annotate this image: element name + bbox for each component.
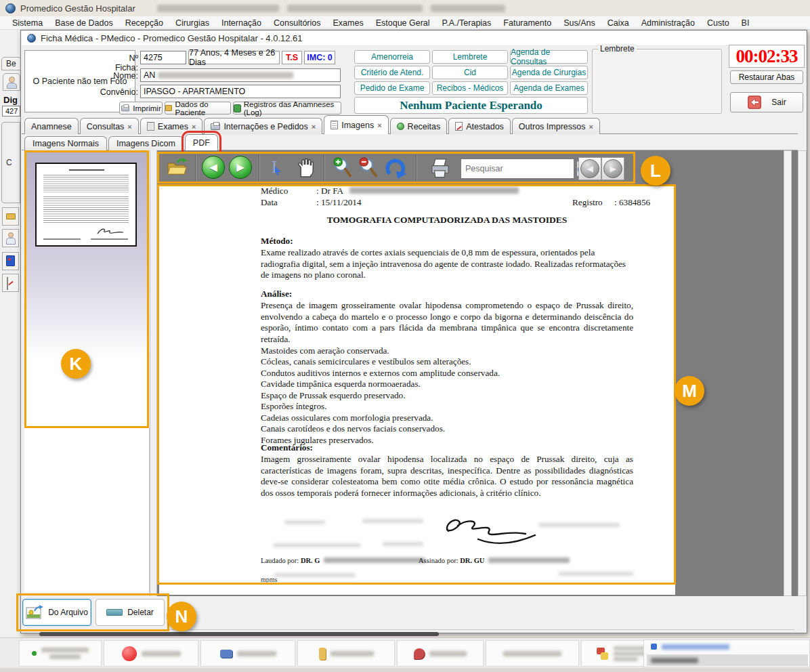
redacted-laudado-name xyxy=(324,558,425,563)
close-tab-icon[interactable]: × xyxy=(312,123,316,131)
panel-splitter[interactable] xyxy=(150,150,157,596)
toolbar-button-redacted[interactable] xyxy=(200,640,295,667)
menu-estoque-geral[interactable]: Estoque Geral xyxy=(370,18,435,28)
app-icon xyxy=(5,3,16,14)
tab-imagens[interactable]: Imagens× xyxy=(324,115,388,134)
sidebar-doctor-button[interactable] xyxy=(2,229,19,247)
subtab-imagens-dicom[interactable]: Imagens Dicom xyxy=(108,136,184,150)
sidebar-folder-button[interactable] xyxy=(2,207,19,226)
menu-pa-terapias[interactable]: P.A./Terapias xyxy=(437,18,497,28)
tab-anamnese[interactable]: Anamnese xyxy=(24,118,79,134)
nome-input[interactable]: AN xyxy=(140,68,341,82)
menu-exames[interactable]: Exames xyxy=(328,18,369,28)
sair-button[interactable]: Sair xyxy=(730,92,803,112)
menu-bi[interactable]: BI xyxy=(736,18,755,28)
menu-recepcao[interactable]: Recepção xyxy=(120,18,169,28)
registros-anamneses-button[interactable]: Registros das Anamneses (Log) xyxy=(233,102,341,114)
menu-caixa[interactable]: Caixa xyxy=(602,18,635,28)
label: Internações e Pedidos xyxy=(223,122,307,131)
tab-exames[interactable]: Exames× xyxy=(140,118,203,134)
tab-receitas[interactable]: Receitas xyxy=(390,118,448,134)
sidebar-book-button[interactable] xyxy=(2,252,19,270)
zoom-out-icon xyxy=(358,156,379,178)
toolbar-button-redacted[interactable] xyxy=(19,640,102,667)
patient-tab-icon[interactable] xyxy=(3,73,20,91)
close-tab-icon[interactable]: × xyxy=(192,123,196,131)
background-dig-value[interactable]: 427 xyxy=(2,106,20,117)
agenda-exames-button[interactable]: Agenda de Exames xyxy=(510,81,588,95)
find-next-button[interactable]: ▶ xyxy=(601,157,624,180)
redacted-label xyxy=(49,654,81,659)
restaurar-abas-button[interactable]: Restaurar Abas xyxy=(730,70,803,84)
ts-badge[interactable]: T.S xyxy=(282,51,302,64)
tab-consultas[interactable]: Consultas× xyxy=(80,118,139,134)
print-button[interactable] xyxy=(425,153,455,182)
redacted-unit-link[interactable] xyxy=(662,644,729,650)
close-tab-icon[interactable]: × xyxy=(589,123,593,131)
label: Imagens xyxy=(341,121,374,130)
recibos-medicos-button[interactable]: Recibos - Médicos xyxy=(432,81,508,95)
page-thumbnail[interactable] xyxy=(35,163,137,247)
convenio-input[interactable]: IPASGO - APARTAMENTO xyxy=(140,85,341,98)
menu-sistema[interactable]: Sistema xyxy=(7,18,48,28)
select-text-tool[interactable]: I xyxy=(265,154,289,180)
subtab-pdf[interactable]: PDF xyxy=(185,134,218,150)
menu-internacao[interactable]: Internação xyxy=(216,18,267,28)
next-page-button[interactable]: ▶ xyxy=(229,156,252,179)
tab-atestados[interactable]: Atestados xyxy=(448,118,511,134)
zoom-in-button[interactable] xyxy=(331,154,355,180)
dados-do-paciente-button[interactable]: Dados do Paciente xyxy=(165,102,231,114)
window-scrollbar[interactable] xyxy=(798,150,807,596)
hand-pan-tool[interactable] xyxy=(291,153,318,182)
pedido-exame-button[interactable]: Pedido de Exame xyxy=(354,81,430,95)
cid-button[interactable]: Cid xyxy=(432,66,508,79)
thumb-footer-line xyxy=(43,238,81,240)
analise-line: Esporões íntegros. xyxy=(261,401,633,413)
tab-outros-impressos[interactable]: Outros Impressos× xyxy=(512,118,600,134)
deletar-button[interactable]: Deletar xyxy=(95,599,165,626)
ficha-label: Nº Ficha: xyxy=(106,54,138,72)
open-file-button[interactable] xyxy=(164,154,190,180)
menu-custo[interactable]: Custo xyxy=(702,18,735,28)
label: Agenda de Cirurgias xyxy=(512,68,586,77)
do-arquivo-button[interactable]: Do Arquivo xyxy=(22,599,91,626)
close-tab-icon[interactable]: × xyxy=(127,123,131,131)
menu-administracao[interactable]: Administração xyxy=(636,18,700,28)
criterio-atend-button[interactable]: Critério de Atend. xyxy=(354,66,430,79)
imc-badge[interactable]: IMC: 0 xyxy=(304,51,335,64)
lembrete-button[interactable]: Lembrete xyxy=(432,50,508,64)
redacted-assinado-name xyxy=(488,558,570,563)
search-box[interactable] xyxy=(461,159,574,179)
search-input[interactable] xyxy=(461,164,574,173)
redacted-label xyxy=(503,651,561,656)
timer-text: 00:02:33 xyxy=(736,46,798,67)
rotate-button[interactable] xyxy=(382,154,410,182)
menu-sus-ans[interactable]: Sus/Ans xyxy=(558,18,601,28)
redacted-doctor-name xyxy=(349,187,519,194)
menu-base-de-dados[interactable]: Base de Dados xyxy=(49,18,118,28)
agenda-cirurgias-button[interactable]: Agenda de Cirurgias xyxy=(510,66,588,79)
toolbar-button-redacted[interactable] xyxy=(297,640,395,667)
sidebar-notepad-button[interactable] xyxy=(2,274,19,292)
viewer-scrollbar[interactable] xyxy=(784,150,792,596)
toolbar-separator xyxy=(195,154,196,180)
toolbar-button-redacted[interactable] xyxy=(397,640,484,667)
toolbar-button-redacted[interactable] xyxy=(486,640,579,667)
close-tab-icon[interactable]: × xyxy=(377,121,381,129)
previous-page-button[interactable]: ◀ xyxy=(202,156,225,179)
amenorreia-button[interactable]: Amenorreia xyxy=(354,50,430,64)
subtab-imagens-normais[interactable]: Imagens Normais xyxy=(24,136,107,150)
menu-faturamento[interactable]: Faturamento xyxy=(498,18,557,28)
menu-consultorios[interactable]: Consultórios xyxy=(268,18,326,28)
tab-internacoes-pedidos[interactable]: Internações e Pedidos× xyxy=(204,118,322,134)
menu-cirurgias[interactable]: Cirurgias xyxy=(170,18,215,28)
ficha-input[interactable]: 4275 xyxy=(140,51,186,64)
agenda-consultas-button[interactable]: Agenda de Consultas xyxy=(510,50,588,64)
find-previous-button[interactable]: ◀ xyxy=(578,157,601,180)
age-text: 77 Anos, 4 Meses e 26 Dias xyxy=(189,48,279,67)
horizontal-scrollbar-thumb[interactable] xyxy=(39,632,439,636)
zoom-out-button[interactable] xyxy=(356,154,381,180)
background-tab[interactable]: Be xyxy=(1,57,22,70)
toolbar-button-redacted[interactable] xyxy=(104,640,198,667)
imprimir-button[interactable]: Imprimir xyxy=(119,102,163,114)
